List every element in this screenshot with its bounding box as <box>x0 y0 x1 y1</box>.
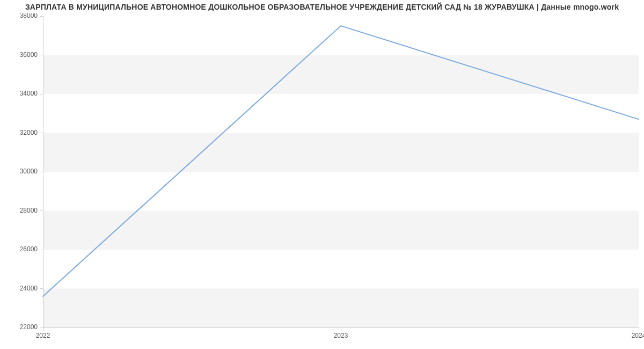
y-tick-label: 24000 <box>20 285 38 292</box>
y-tick-label: 22000 <box>20 323 38 331</box>
y-tick-label: 26000 <box>20 245 38 253</box>
x-tick-label: 2023 <box>334 332 348 339</box>
y-tick-label: 28000 <box>20 207 38 214</box>
y-tick-label: 32000 <box>20 129 38 136</box>
plot-area: 2200024000260002800030000320003400036000… <box>43 16 639 328</box>
salary-line-chart: ЗАРПЛАТА В МУНИЦИПАЛЬНОЕ АВТОНОМНОЕ ДОШК… <box>0 0 644 349</box>
grid-band <box>43 133 639 172</box>
grid-band <box>43 55 639 94</box>
chart-title: ЗАРПЛАТА В МУНИЦИПАЛЬНОЕ АВТОНОМНОЕ ДОШК… <box>0 3 644 11</box>
grid-band <box>43 289 639 328</box>
chart-svg: 2200024000260002800030000320003400036000… <box>11 13 644 344</box>
x-tick-label: 2024 <box>632 332 644 339</box>
x-tick-label: 2022 <box>36 332 50 339</box>
y-tick-label: 34000 <box>20 90 38 97</box>
y-tick-label: 38000 <box>20 13 38 19</box>
grid-band <box>43 211 639 250</box>
y-tick-label: 30000 <box>20 168 38 175</box>
y-tick-label: 36000 <box>20 51 38 59</box>
